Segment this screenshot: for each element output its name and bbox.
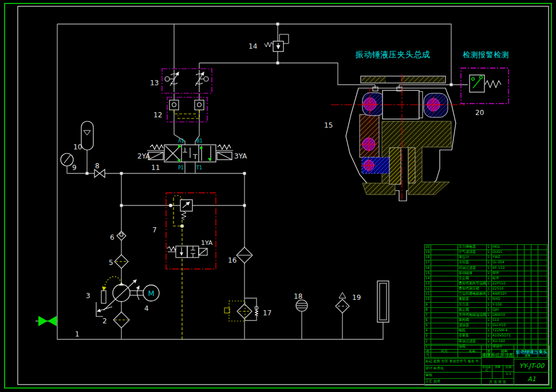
sheet-count: 共 张 第 张 xyxy=(482,379,514,385)
parts-list-table: 20压力继电器1HED19空气滤清器1QUQ118液位计1YWZ17冷却器1SL… xyxy=(424,244,549,358)
port-label: P1 xyxy=(178,165,184,171)
parts-row: 2吸油过滤器1XU-160 xyxy=(424,339,549,344)
parts-row: 20压力继电器1HED xyxy=(424,244,549,250)
title-block-revisions: 标记 处数 分区 更改文件号 签名 年、月、日 设计 标准化 审核 工艺 批准 xyxy=(425,346,482,385)
scale-label: 比例 xyxy=(503,366,514,371)
parts-row: 6单向阀1S10 xyxy=(424,318,549,323)
tank-label: 1 xyxy=(75,330,80,338)
check-valve-6: 6 xyxy=(110,231,126,241)
item-label: 7 xyxy=(152,226,157,234)
parts-row: 3变量泵1A10VSO71 xyxy=(424,333,549,338)
solenoid-label: 2YA xyxy=(137,152,151,160)
suction-filter-2: 2 xyxy=(102,312,129,328)
parts-row: 14安全阀1组件 xyxy=(424,276,549,281)
item-label: 15 xyxy=(324,121,333,129)
title-block: 标记 处数 分区 更改文件号 签名 年、月、日 设计 标准化 审核 工艺 批准 … xyxy=(424,345,550,386)
item-label: 4 xyxy=(144,304,149,312)
sheet-size: A1 xyxy=(514,373,549,385)
tank-column xyxy=(377,281,389,322)
port-label: B1 xyxy=(196,138,203,144)
title-block-middle: 液压系统原理图 阶段标记 质量 比例 1:1 共 张 第 张 xyxy=(482,346,514,385)
throttle-pair-13: 13 xyxy=(150,69,212,93)
level-gauge-18: 18 xyxy=(294,292,307,311)
item-label: 6 xyxy=(110,233,115,241)
item-label: 12 xyxy=(153,111,162,119)
item-label: 11 xyxy=(151,164,160,172)
motor-4: M 4 xyxy=(137,285,160,312)
pressure-gauge-9: 9 xyxy=(61,153,77,172)
pipe-lines xyxy=(36,24,468,339)
scale-value: 1:1 xyxy=(503,372,514,378)
parts-row: 18液位计1YWZ xyxy=(424,255,549,260)
accumulator-10: 10 xyxy=(73,121,93,151)
item-label: 13 xyxy=(150,79,159,87)
flow-arrows xyxy=(177,145,211,162)
item-label: 20 xyxy=(475,109,484,117)
parts-row: 4电机1Y225M-4 xyxy=(424,328,549,333)
drawing-number: YY-JT-00 xyxy=(514,359,549,373)
port-label: T1 xyxy=(196,165,202,171)
parts-row: 12叠加式液压锁1Z2S10 xyxy=(424,286,549,291)
relief-valve-14: 14 xyxy=(249,34,289,52)
pressure-switch-20: 20 xyxy=(461,68,508,117)
drain-valve xyxy=(38,316,57,326)
port-label: A1 xyxy=(178,138,184,144)
product-name: 振动锤液压夹头 xyxy=(514,346,549,359)
parts-row: 7先导式电磁溢流阀1DBW10 xyxy=(424,312,549,318)
item-label: 19 xyxy=(352,294,361,302)
parts-row: 13叠加式单向节流阀1Z2FS10 xyxy=(424,281,549,286)
solenoid-label: 3YA xyxy=(234,152,247,160)
motor-letter: M xyxy=(148,289,154,298)
detect-title: 检测报警检测 xyxy=(463,50,509,59)
item-label: 3 xyxy=(86,292,90,300)
parts-row: 5滤油器1GU-H10 xyxy=(424,323,549,328)
bypass-filter-17: 17 xyxy=(224,301,271,321)
parts-rows: 20压力继电器1HED19空气滤清器1QUQ118液位计1YWZ17冷却器1SL… xyxy=(424,244,549,349)
parts-row: 16回油过滤器1RF-110 xyxy=(424,266,549,271)
item-label: 18 xyxy=(294,292,302,300)
parts-row: 19空气滤清器1QUQ1 xyxy=(424,250,549,255)
cad-canvas: 14 13 12 xyxy=(0,0,556,392)
item-label: 8 xyxy=(95,162,100,170)
item-label: 14 xyxy=(249,42,257,50)
return-filter-16: 16 xyxy=(228,247,253,264)
item-label: 9 xyxy=(72,164,77,172)
item-label: 16 xyxy=(228,256,236,264)
unload-relief-7: 1YA 7 xyxy=(152,193,216,339)
solenoid-label: 1YA xyxy=(201,239,213,247)
item-label: 10 xyxy=(73,143,82,151)
mass-label: 质量 xyxy=(492,366,503,371)
stage-label: 阶段标记 xyxy=(482,366,492,371)
assembly-title: 振动锤液压夹头总成 xyxy=(355,50,431,59)
parts-row: 17冷却器1SL-304 xyxy=(424,260,549,265)
stop-valve-8: 8 xyxy=(94,162,105,177)
clamp-assembly-15: 15 xyxy=(324,74,465,201)
parts-row: 8截止阀1QJH xyxy=(424,307,549,312)
item-label: 17 xyxy=(263,309,271,317)
filter-5: 5 xyxy=(109,255,128,268)
doc-name: 液压系统原理图 xyxy=(482,346,514,366)
parts-row: 15振动锤体1焊件 xyxy=(424,271,549,276)
parts-row: 11三位四通电磁换向阀14WE10Y xyxy=(424,291,549,296)
parts-row: 10蓄能器1NXQ xyxy=(424,296,549,302)
directional-valve-11: 2YA 3YA 11 A1 B1 P1 T1 xyxy=(137,138,247,172)
variable-pump-3: 3 xyxy=(86,276,136,316)
item-label: 2 xyxy=(102,317,107,325)
title-block-right: 振动锤液压夹头 YY-JT-00 A1 xyxy=(514,346,549,385)
parts-row: 9压力表1Y-100 xyxy=(424,302,549,307)
item-label: 5 xyxy=(109,259,113,267)
air-breather-19: 19 xyxy=(336,292,361,313)
